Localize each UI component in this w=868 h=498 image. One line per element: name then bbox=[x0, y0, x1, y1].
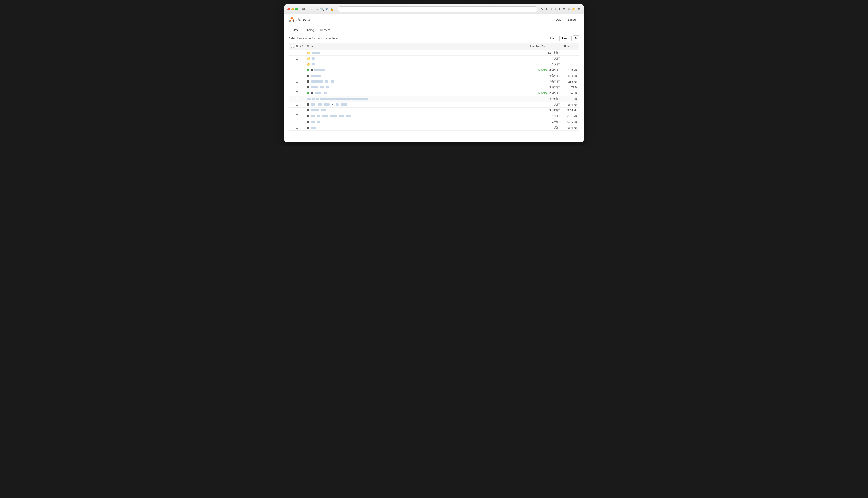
filename-blurred2 bbox=[317, 121, 320, 123]
plus-icon[interactable]: ＋ bbox=[550, 7, 553, 11]
filename-blurred bbox=[311, 80, 323, 82]
share-icon[interactable]: ⬆ bbox=[545, 8, 548, 11]
row-name-cell: 📁 bbox=[305, 56, 528, 62]
filename-blurred12 bbox=[365, 98, 368, 100]
select-all-area: 0 ▾ / bbox=[291, 44, 303, 49]
row-checkbox-cell bbox=[289, 96, 305, 102]
table-row: 3 小时前 7.95 kB bbox=[289, 107, 579, 113]
sidebar-toggle[interactable]: ⊞ bbox=[301, 6, 306, 12]
row-modified: 3 分钟前 bbox=[528, 79, 562, 84]
row-modified: 8 分钟前 bbox=[528, 73, 562, 79]
shield-icon[interactable]: 🛡 bbox=[326, 8, 329, 11]
tab-files[interactable]: Files bbox=[289, 27, 301, 33]
filename-blurred3 bbox=[331, 80, 334, 82]
row-checkbox[interactable] bbox=[296, 126, 298, 129]
upload-button[interactable]: Upload bbox=[544, 36, 558, 41]
row-name-cell bbox=[305, 79, 528, 84]
row-checkbox[interactable] bbox=[296, 57, 298, 60]
nav-buttons: ⊞ ‹ › bbox=[301, 6, 313, 12]
forward-button[interactable]: › bbox=[310, 6, 313, 12]
download-icon[interactable]: ⬇ bbox=[558, 8, 561, 11]
logout-button[interactable]: Logout bbox=[565, 17, 579, 23]
home-icon[interactable]: ⌂ bbox=[315, 8, 319, 11]
link-text: ▶ bbox=[332, 103, 333, 106]
reload-icon[interactable]: ↻ bbox=[540, 8, 543, 11]
th-size[interactable]: File size bbox=[562, 43, 579, 50]
row-checkbox-cell bbox=[289, 107, 305, 113]
table-row: 1 天前 86.6 kB bbox=[289, 125, 579, 131]
table-row: 3 小时前 61 kB bbox=[289, 96, 579, 102]
back-button[interactable]: ‹ bbox=[306, 6, 309, 12]
new-button-label: New bbox=[562, 37, 568, 40]
row-name-cell: 📁 bbox=[305, 50, 528, 56]
row-checkbox-cell bbox=[289, 79, 305, 84]
row-modified: 1 天前 bbox=[528, 125, 562, 131]
filename-blurred3 bbox=[324, 104, 330, 106]
filename-blurred6 bbox=[335, 98, 339, 100]
row-size: 8.01 kB bbox=[562, 113, 579, 119]
row-checkbox-cell bbox=[289, 67, 305, 73]
filename-blurred2 bbox=[323, 92, 328, 94]
filename-blurred bbox=[311, 86, 318, 88]
filename-blurred5 bbox=[341, 104, 347, 106]
filename-blurred10 bbox=[355, 98, 360, 100]
row-checkbox-cell bbox=[289, 62, 305, 67]
quit-button[interactable]: Quit bbox=[553, 17, 563, 23]
notebook-icon bbox=[307, 86, 309, 88]
browser-window: ⊞ ‹ › ⌂ 🔍 🛡 🔒 localhost:8888/tree ↻ ⬆ ＋ … bbox=[284, 4, 584, 142]
th-modified[interactable]: Last Modified bbox=[528, 43, 562, 50]
address-input[interactable]: localhost:8888/tree bbox=[340, 8, 534, 11]
tab-running[interactable]: Running bbox=[301, 27, 317, 33]
refresh-button[interactable]: ↻ bbox=[573, 36, 579, 41]
folder-icon: 📁 bbox=[307, 51, 310, 54]
th-checkbox: 0 ▾ / bbox=[289, 43, 305, 50]
row-modified: 3 小时前 bbox=[528, 96, 562, 102]
maximize-button[interactable] bbox=[295, 8, 298, 11]
select-all-checkbox[interactable] bbox=[291, 45, 294, 48]
row-checkbox[interactable] bbox=[296, 68, 298, 71]
row-modified: 1 天前 bbox=[528, 62, 562, 67]
row-checkbox[interactable] bbox=[296, 86, 298, 88]
filename-blurred bbox=[311, 104, 316, 106]
count-dropdown-icon[interactable]: ▾ bbox=[300, 45, 301, 48]
tab-clusters[interactable]: Clusters bbox=[317, 27, 333, 33]
row-checkbox[interactable] bbox=[296, 80, 298, 82]
close-button[interactable] bbox=[288, 8, 290, 11]
row-checkbox[interactable] bbox=[296, 114, 298, 117]
row-checkbox[interactable] bbox=[296, 120, 298, 123]
apps-icon[interactable]: ⊞ bbox=[563, 8, 565, 11]
new-button[interactable]: New ▾ bbox=[559, 36, 572, 41]
row-checkbox-cell bbox=[289, 125, 305, 131]
row-checkbox[interactable] bbox=[296, 109, 298, 112]
row-modified: 1 天前 bbox=[528, 102, 562, 107]
row-name-cell bbox=[305, 107, 528, 113]
table-row: 1 天前 9.26 kB bbox=[289, 119, 579, 125]
copy-icon[interactable]: ⧉ bbox=[568, 7, 570, 11]
row-checkbox[interactable] bbox=[296, 51, 298, 54]
row-checkbox[interactable] bbox=[296, 103, 298, 106]
row-checkbox[interactable] bbox=[296, 91, 298, 94]
row-checkbox-cell bbox=[289, 90, 305, 96]
settings-icon[interactable]: ⚙ bbox=[578, 8, 580, 11]
lock-icon[interactable]: 🔒 bbox=[331, 8, 334, 11]
row-size bbox=[562, 50, 579, 56]
row-checkbox-cell bbox=[289, 113, 305, 119]
folder-icon[interactable]: 📁 bbox=[572, 8, 576, 11]
address-bar-container[interactable]: localhost:8888/tree bbox=[338, 6, 537, 12]
row-checkbox[interactable] bbox=[296, 74, 298, 77]
filename-blurred2 bbox=[321, 109, 326, 112]
filename-blurred bbox=[311, 115, 315, 117]
filename-blurred7 bbox=[340, 98, 346, 100]
header-buttons: Quit Logout bbox=[553, 17, 579, 23]
info-icon[interactable]: ℹ bbox=[555, 8, 556, 11]
search-icon[interactable]: 🔍 bbox=[320, 8, 324, 11]
row-checkbox[interactable] bbox=[296, 63, 298, 65]
row-checkbox[interactable] bbox=[296, 97, 298, 100]
th-name[interactable]: Name ↓ bbox=[305, 43, 528, 50]
page-content: Jupyter Quit Logout Files Running Cluste… bbox=[284, 14, 584, 142]
row-modified: Running 3 分钟前 bbox=[528, 67, 562, 73]
filename-blurred4 bbox=[320, 98, 331, 100]
row-modified: 9 分钟前 bbox=[528, 84, 562, 90]
table-row: 9 分钟前 72 B bbox=[289, 84, 579, 90]
minimize-button[interactable] bbox=[291, 8, 294, 11]
